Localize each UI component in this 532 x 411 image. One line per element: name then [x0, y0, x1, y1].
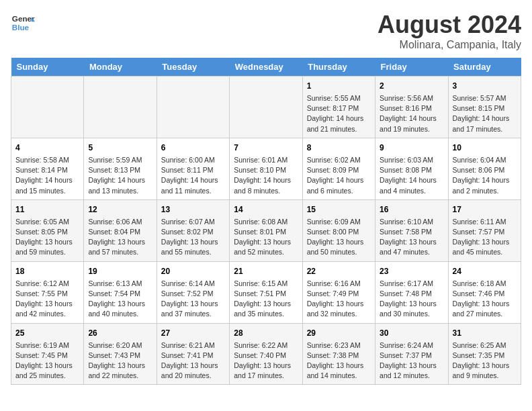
day-number: 4 — [15, 142, 79, 154]
calendar-cell: 14Sunrise: 6:08 AM Sunset: 8:01 PM Dayli… — [230, 199, 302, 261]
weekday-header-saturday: Saturday — [448, 58, 521, 77]
weekday-header-monday: Monday — [84, 58, 157, 77]
day-number: 13 — [161, 203, 225, 216]
calendar-cell: 30Sunrise: 6:24 AM Sunset: 7:37 PM Dayli… — [375, 323, 448, 385]
day-number: 3 — [453, 80, 517, 92]
calendar-cell: 6Sunrise: 6:00 AM Sunset: 8:11 PM Daylig… — [157, 138, 229, 199]
day-number: 7 — [234, 142, 298, 154]
cell-content: Sunrise: 5:55 AM Sunset: 8:17 PM Dayligh… — [307, 93, 371, 134]
cell-content: Sunrise: 6:03 AM Sunset: 8:08 PM Dayligh… — [380, 155, 443, 196]
cell-content: Sunrise: 5:59 AM Sunset: 8:13 PM Dayligh… — [88, 155, 152, 196]
cell-content: Sunrise: 6:15 AM Sunset: 7:51 PM Dayligh… — [234, 279, 298, 320]
cell-content: Sunrise: 6:01 AM Sunset: 8:10 PM Dayligh… — [234, 155, 298, 196]
calendar-cell — [157, 77, 229, 138]
calendar-cell: 4Sunrise: 5:58 AM Sunset: 8:14 PM Daylig… — [11, 138, 84, 199]
cell-content: Sunrise: 6:25 AM Sunset: 7:35 PM Dayligh… — [453, 340, 517, 381]
cell-content: Sunrise: 6:07 AM Sunset: 8:02 PM Dayligh… — [161, 217, 225, 258]
weekday-header-tuesday: Tuesday — [157, 58, 229, 77]
cell-content: Sunrise: 6:22 AM Sunset: 7:40 PM Dayligh… — [234, 340, 298, 381]
subtitle: Molinara, Campania, Italy — [378, 39, 521, 51]
day-number: 11 — [15, 203, 79, 216]
calendar-cell: 27Sunrise: 6:21 AM Sunset: 7:41 PM Dayli… — [157, 323, 229, 385]
cell-content: Sunrise: 6:20 AM Sunset: 7:43 PM Dayligh… — [88, 340, 152, 381]
calendar-body: 1Sunrise: 5:55 AM Sunset: 8:17 PM Daylig… — [11, 77, 521, 385]
calendar-cell: 11Sunrise: 6:05 AM Sunset: 8:05 PM Dayli… — [11, 199, 84, 261]
calendar-cell — [230, 77, 302, 138]
title-area: August 2024 Molinara, Campania, Italy — [378, 11, 521, 51]
day-number: 23 — [380, 265, 443, 277]
weekday-header-wednesday: Wednesday — [230, 58, 302, 77]
svg-text:Blue: Blue — [12, 23, 30, 32]
day-number: 14 — [234, 203, 298, 216]
day-number: 9 — [380, 142, 443, 154]
calendar-cell: 22Sunrise: 6:16 AM Sunset: 7:49 PM Dayli… — [302, 261, 375, 323]
cell-content: Sunrise: 5:58 AM Sunset: 8:14 PM Dayligh… — [15, 155, 79, 196]
cell-content: Sunrise: 6:18 AM Sunset: 7:46 PM Dayligh… — [453, 279, 517, 320]
week-row-5: 25Sunrise: 6:19 AM Sunset: 7:45 PM Dayli… — [11, 323, 521, 385]
week-row-2: 4Sunrise: 5:58 AM Sunset: 8:14 PM Daylig… — [11, 138, 521, 199]
day-number: 2 — [380, 80, 443, 92]
day-number: 31 — [453, 327, 517, 339]
day-number: 12 — [88, 203, 152, 216]
day-number: 18 — [15, 265, 79, 277]
main-title: August 2024 — [378, 11, 521, 39]
logo-icon: General Blue — [11, 11, 35, 35]
week-row-4: 18Sunrise: 6:12 AM Sunset: 7:55 PM Dayli… — [11, 261, 521, 323]
day-number: 19 — [88, 265, 152, 277]
day-number: 28 — [234, 327, 298, 339]
cell-content: Sunrise: 6:19 AM Sunset: 7:45 PM Dayligh… — [15, 340, 79, 381]
calendar-cell: 18Sunrise: 6:12 AM Sunset: 7:55 PM Dayli… — [11, 261, 84, 323]
cell-content: Sunrise: 6:00 AM Sunset: 8:11 PM Dayligh… — [161, 155, 225, 196]
calendar-cell: 13Sunrise: 6:07 AM Sunset: 8:02 PM Dayli… — [157, 199, 229, 261]
calendar-cell: 16Sunrise: 6:10 AM Sunset: 7:58 PM Dayli… — [375, 199, 448, 261]
cell-content: Sunrise: 6:02 AM Sunset: 8:09 PM Dayligh… — [307, 155, 371, 196]
cell-content: Sunrise: 6:23 AM Sunset: 7:38 PM Dayligh… — [307, 340, 371, 381]
calendar-cell: 26Sunrise: 6:20 AM Sunset: 7:43 PM Dayli… — [84, 323, 157, 385]
day-number: 26 — [88, 327, 152, 339]
calendar-cell: 10Sunrise: 6:04 AM Sunset: 8:06 PM Dayli… — [448, 138, 521, 199]
cell-content: Sunrise: 6:21 AM Sunset: 7:41 PM Dayligh… — [161, 340, 225, 381]
calendar-cell: 31Sunrise: 6:25 AM Sunset: 7:35 PM Dayli… — [448, 323, 521, 385]
weekday-header-row: SundayMondayTuesdayWednesdayThursdayFrid… — [11, 58, 521, 77]
cell-content: Sunrise: 6:04 AM Sunset: 8:06 PM Dayligh… — [453, 155, 517, 196]
day-number: 20 — [161, 265, 225, 277]
calendar-cell: 29Sunrise: 6:23 AM Sunset: 7:38 PM Dayli… — [302, 323, 375, 385]
day-number: 22 — [307, 265, 371, 277]
calendar-cell: 5Sunrise: 5:59 AM Sunset: 8:13 PM Daylig… — [84, 138, 157, 199]
calendar-cell: 17Sunrise: 6:11 AM Sunset: 7:57 PM Dayli… — [448, 199, 521, 261]
calendar-cell: 8Sunrise: 6:02 AM Sunset: 8:09 PM Daylig… — [302, 138, 375, 199]
day-number: 24 — [453, 265, 517, 277]
calendar-cell — [11, 77, 84, 138]
day-number: 8 — [307, 142, 371, 154]
weekday-header-friday: Friday — [375, 58, 448, 77]
day-number: 15 — [307, 203, 371, 216]
calendar-cell: 23Sunrise: 6:17 AM Sunset: 7:48 PM Dayli… — [375, 261, 448, 323]
week-row-1: 1Sunrise: 5:55 AM Sunset: 8:17 PM Daylig… — [11, 77, 521, 138]
cell-content: Sunrise: 6:17 AM Sunset: 7:48 PM Dayligh… — [380, 279, 443, 320]
day-number: 6 — [161, 142, 225, 154]
weekday-header-thursday: Thursday — [302, 58, 375, 77]
day-number: 21 — [234, 265, 298, 277]
cell-content: Sunrise: 5:57 AM Sunset: 8:15 PM Dayligh… — [453, 93, 517, 134]
calendar-cell: 9Sunrise: 6:03 AM Sunset: 8:08 PM Daylig… — [375, 138, 448, 199]
cell-content: Sunrise: 6:09 AM Sunset: 8:00 PM Dayligh… — [307, 217, 371, 258]
calendar-cell: 3Sunrise: 5:57 AM Sunset: 8:15 PM Daylig… — [448, 77, 521, 138]
calendar-cell: 1Sunrise: 5:55 AM Sunset: 8:17 PM Daylig… — [302, 77, 375, 138]
cell-content: Sunrise: 6:08 AM Sunset: 8:01 PM Dayligh… — [234, 217, 298, 258]
cell-content: Sunrise: 6:16 AM Sunset: 7:49 PM Dayligh… — [307, 279, 371, 320]
calendar-cell: 28Sunrise: 6:22 AM Sunset: 7:40 PM Dayli… — [230, 323, 302, 385]
day-number: 16 — [380, 203, 443, 216]
day-number: 30 — [380, 327, 443, 339]
calendar-cell: 25Sunrise: 6:19 AM Sunset: 7:45 PM Dayli… — [11, 323, 84, 385]
day-number: 10 — [453, 142, 517, 154]
cell-content: Sunrise: 6:24 AM Sunset: 7:37 PM Dayligh… — [380, 340, 443, 381]
cell-content: Sunrise: 6:10 AM Sunset: 7:58 PM Dayligh… — [380, 217, 443, 258]
cell-content: Sunrise: 6:05 AM Sunset: 8:05 PM Dayligh… — [15, 217, 79, 258]
cell-content: Sunrise: 6:14 AM Sunset: 7:52 PM Dayligh… — [161, 279, 225, 320]
cell-content: Sunrise: 6:13 AM Sunset: 7:54 PM Dayligh… — [88, 279, 152, 320]
calendar-cell: 2Sunrise: 5:56 AM Sunset: 8:16 PM Daylig… — [375, 77, 448, 138]
day-number: 27 — [161, 327, 225, 339]
cell-content: Sunrise: 6:12 AM Sunset: 7:55 PM Dayligh… — [15, 279, 79, 320]
cell-content: Sunrise: 6:06 AM Sunset: 8:04 PM Dayligh… — [88, 217, 152, 258]
week-row-3: 11Sunrise: 6:05 AM Sunset: 8:05 PM Dayli… — [11, 199, 521, 261]
